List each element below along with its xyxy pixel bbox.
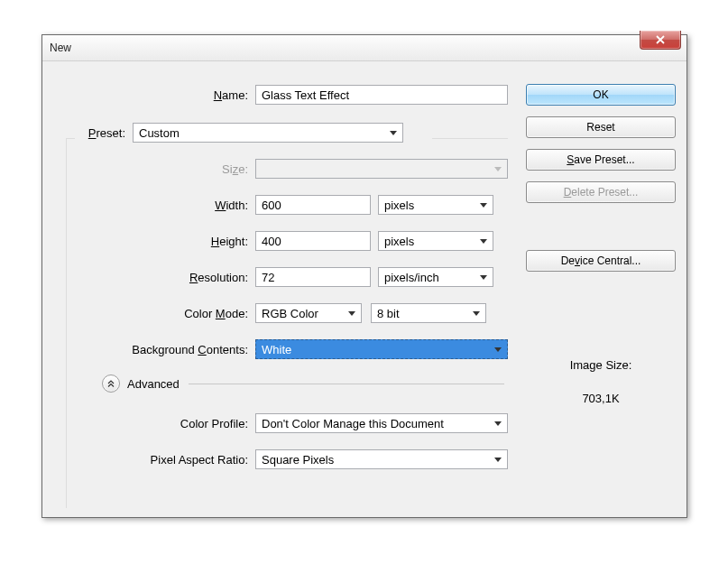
bgcontents-label: Background Contents: (53, 343, 255, 356)
colordepth-value: 8 bit (377, 307, 400, 320)
name-row: Name: (53, 68, 508, 106)
resolution-row: Resolution: pixels/inch (53, 266, 508, 288)
spacer (526, 214, 676, 239)
width-row: Width: pixels (53, 194, 508, 216)
image-size-label: Image Size: (526, 358, 676, 372)
height-row: Height: pixels (53, 230, 508, 252)
size-select (255, 159, 508, 179)
profile-label: Color Profile: (53, 417, 255, 430)
buttons-area: OK Reset Save Preset... Delete Preset...… (526, 68, 676, 506)
close-button[interactable] (640, 31, 681, 50)
save-preset-label: Save Preset... (567, 153, 634, 166)
bgcontents-value: White (262, 343, 291, 356)
titlebar[interactable]: New (42, 35, 687, 61)
delete-preset-label: Delete Preset... (564, 186, 639, 199)
image-size-value: 703,1K (526, 392, 676, 405)
close-icon (655, 35, 666, 44)
reset-button[interactable]: Reset (526, 116, 676, 138)
profile-row: Color Profile: Don't Color Manage this D… (53, 412, 508, 434)
preset-select[interactable]: Custom (133, 123, 403, 143)
par-value: Square Pixels (262, 453, 334, 467)
resolution-label: Resolution: (53, 271, 255, 284)
preset-row: Preset: Custom (53, 122, 508, 143)
colordepth-select[interactable]: 8 bit (371, 303, 486, 323)
save-preset-button[interactable]: Save Preset... (526, 149, 676, 171)
par-row: Pixel Aspect Ratio: Square Pixels (53, 448, 508, 470)
size-label: Size: (53, 162, 255, 176)
bgcontents-row: Background Contents: White (53, 338, 508, 360)
height-label: Height: (53, 235, 255, 248)
reset-label: Reset (586, 121, 614, 134)
device-central-button[interactable]: Device Central... (526, 250, 676, 272)
groupbox-rule (66, 138, 68, 508)
preset-label: Preset: (53, 126, 133, 140)
delete-preset-button: Delete Preset... (526, 181, 676, 203)
advanced-label: Advanced (127, 377, 180, 391)
height-unit-select[interactable]: pixels (378, 231, 493, 251)
bgcontents-select[interactable]: White (255, 339, 508, 359)
width-unit-value: pixels (384, 199, 414, 212)
colormode-value: RGB Color (262, 307, 318, 320)
new-document-dialog: New Name: Preset: (41, 34, 687, 518)
advanced-toggle-button[interactable] (102, 374, 120, 393)
double-chevron-up-icon (106, 379, 115, 388)
resolution-unit-select[interactable]: pixels/inch (378, 267, 493, 287)
resolution-unit-value: pixels/inch (384, 271, 439, 284)
height-unit-value: pixels (384, 235, 414, 248)
profile-value: Don't Color Manage this Document (262, 417, 444, 430)
ok-button[interactable]: OK (526, 84, 676, 106)
device-central-label: Device Central... (561, 254, 641, 267)
par-label: Pixel Aspect Ratio: (53, 453, 255, 467)
advanced-divider (189, 384, 504, 384)
width-input[interactable] (255, 195, 371, 215)
name-label: Name: (53, 88, 255, 102)
par-select[interactable]: Square Pixels (255, 449, 508, 469)
preset-value: Custom (139, 126, 180, 140)
colormode-row: Color Mode: RGB Color 8 bit (53, 302, 508, 324)
resolution-input[interactable] (255, 267, 371, 287)
ok-label: OK (593, 88, 608, 101)
height-input[interactable] (255, 231, 371, 251)
profile-select[interactable]: Don't Color Manage this Document (255, 413, 508, 433)
width-label: Width: (53, 199, 255, 212)
name-input[interactable] (255, 85, 508, 105)
width-unit-select[interactable]: pixels (378, 195, 493, 215)
advanced-toggle-row: Advanced (53, 374, 508, 393)
size-row: Size: (53, 158, 508, 180)
colormode-label: Color Mode: (53, 307, 255, 320)
form-area: Name: Preset: Custom Size: (53, 68, 508, 506)
colormode-select[interactable]: RGB Color (255, 303, 362, 323)
window-title: New (50, 42, 71, 54)
